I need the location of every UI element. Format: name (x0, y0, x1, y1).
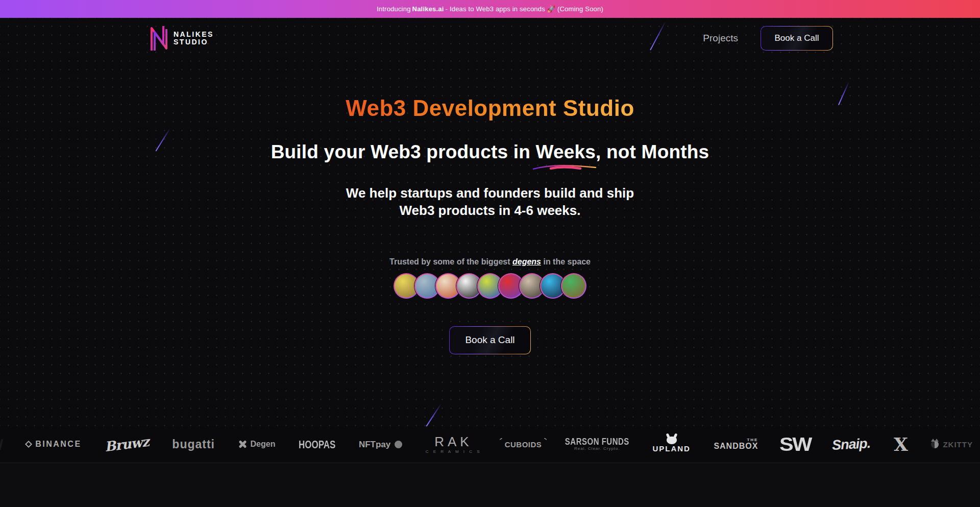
marquee-logo-bruwz: Bruwz (105, 438, 149, 451)
logo-wordmark: NALIKES STUDIO (174, 31, 214, 45)
logo-label: N (0, 437, 5, 453)
nav-projects-link[interactable]: Projects (703, 33, 738, 44)
marquee-logo-nftpay: NFTpay (359, 440, 402, 449)
logo-label: HOOPAS (299, 438, 335, 450)
logo-label: SW (779, 435, 811, 454)
trusted-pre: Trusted by some of the biggest (389, 257, 512, 266)
logo-label: X (894, 435, 908, 454)
logo-line2: STUDIO (174, 38, 214, 46)
marquee-logo-sandbox: THESANDBOX (714, 438, 758, 451)
header-book-call-button[interactable]: Book a Call (761, 26, 833, 51)
marquee-logo-x-ornate: X (894, 435, 908, 454)
logo-label: SARSON FUNDS (565, 437, 629, 447)
logo-label: BINANCE (35, 440, 81, 449)
subtext-line2: Web3 products in 4-6 weeks. (400, 203, 581, 218)
hero-headline: Build your Web3 products in Weeks, not M… (271, 141, 709, 163)
logo-label: bugatti (172, 438, 215, 450)
logo-label: CUBOIDS (505, 441, 542, 449)
upland-llama-icon (667, 437, 677, 444)
trusted-post: in the space (541, 257, 591, 266)
marquee-logo-sarson-funds: SARSON FUNDSReal. Clear. Crypto. (565, 438, 629, 451)
banner-brand: Nalikes.ai (412, 5, 444, 13)
marquee-logo-degen: Degen (238, 440, 276, 449)
avatar-row (394, 273, 586, 299)
headline-highlight: Weeks, (535, 141, 601, 162)
banner-suffix: - Ideas to Web3 apps in seconds 🚀 (Comin… (446, 5, 603, 13)
marquee-logo-upland: UPLAND (652, 437, 691, 453)
next-section-strip (0, 464, 980, 507)
headline-post: not Months (601, 141, 709, 162)
zkitty-cat-icon (931, 441, 939, 448)
banner-prefix: Introducing (377, 5, 411, 13)
nalikes-n-icon (148, 25, 168, 52)
marquee-logo-sw: SW (781, 435, 809, 454)
marquee-logo-rak-ceramics: RAKC E R A M I C S (426, 435, 481, 454)
logo-line1: NALIKES (174, 31, 214, 38)
hero-title: Web3 Development Studio (346, 95, 634, 121)
header-nav: Projects Book a Call (703, 26, 833, 51)
subtext-line1: We help startups and founders build and … (346, 185, 634, 201)
hero-section: Web3 Development Studio Build your Web3 … (0, 59, 980, 354)
logo-label: NFTpay (359, 440, 390, 449)
hero-book-call-button[interactable]: Book a Call (449, 326, 531, 354)
logo-sub-label: C E R A M I C S (426, 450, 481, 454)
marquee-logo-hoopas: HOOPAS (299, 440, 335, 449)
marquee-logo-snaip: Snaip. (832, 437, 870, 451)
logo-label: ZKITTY (943, 441, 973, 449)
logo-sub-label: Real. Clear. Crypto. (574, 447, 620, 451)
trusted-by-text: Trusted by some of the biggest degens in… (389, 257, 591, 267)
headline-pre: Build your Web3 products in (271, 141, 536, 162)
trusted-highlight: degens (512, 257, 541, 266)
marquee-logo-bugatti: bugatti (172, 438, 215, 450)
logo-marquee: NBINANCEBruwzbugattiDegenHOOPASNFTpayRAK… (0, 426, 980, 463)
nalikes-logo[interactable]: NALIKES STUDIO (148, 25, 214, 52)
logo-label: UPLAND (652, 445, 691, 453)
logo-label: Bruwz (104, 435, 150, 454)
marquee-logo-nalikes-partial: N (0, 437, 3, 453)
logo-label: SANDBOX (714, 442, 758, 451)
nftpay-coin-icon (395, 441, 402, 448)
announcement-banner: Introducing Nalikes.ai - Ideas to Web3 a… (0, 0, 980, 18)
logo-label: RAK (434, 435, 472, 449)
site-header: NALIKES STUDIO Projects Book a Call (0, 18, 980, 59)
marquee-logo-zkitty: ZKITTY (931, 441, 973, 449)
marquee-logo-cuboids: CUBOIDS (505, 441, 542, 449)
binance-diamond-icon (25, 441, 32, 448)
logo-label: Degen (251, 440, 276, 449)
degen-x-icon (238, 440, 247, 448)
swoosh-underline-decoration (531, 164, 598, 171)
hero-subtext: We help startups and founders build and … (346, 184, 634, 220)
marquee-logo-binance: BINANCE (26, 440, 81, 449)
logo-label: Snaip. (832, 436, 871, 452)
avatar-green-bear (561, 273, 586, 299)
